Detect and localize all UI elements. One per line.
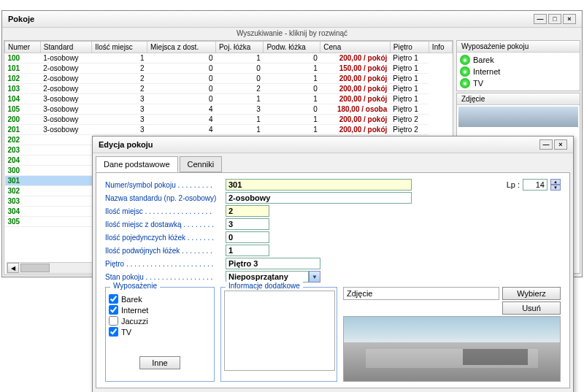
equip-item[interactable]: Internet [109, 304, 211, 315]
equip-checkbox[interactable] [109, 294, 118, 304]
cell-std [40, 145, 91, 155]
maximize-button[interactable]: □ [548, 14, 561, 24]
column-header[interactable]: Poj. łóżka [215, 42, 263, 53]
feature-label: TV [473, 79, 483, 88]
cell-cena: 180,00 / osoba [320, 104, 390, 115]
numer-input[interactable] [226, 179, 412, 191]
table-row[interactable]: 1053-osobowy3430180,00 / osobaPiętro 1 [5, 104, 453, 115]
cell-std: 2-osobowy [40, 84, 91, 94]
tab-price-lists[interactable]: Cenniki [180, 156, 223, 172]
cell-pietro: Piętro 1 [390, 84, 429, 94]
equip-item[interactable]: TV [109, 326, 211, 337]
stan-dropdown-icon[interactable]: ▼ [309, 271, 320, 283]
dialog-titlebar: Edycja pokoju — × [93, 137, 573, 153]
cell-std: 3-osobowy [40, 125, 91, 135]
cell-std [40, 217, 91, 227]
cell-podw: 1 [264, 125, 320, 135]
equip-checkbox[interactable] [109, 305, 118, 315]
column-header[interactable]: Numer [5, 42, 41, 53]
cell-pietro: Piętro 1 [390, 64, 429, 74]
info-fieldset: Informacje dodatkowe [220, 287, 337, 382]
chevron-up-icon[interactable]: ▲ [550, 179, 561, 185]
cell-poj: 1 [215, 94, 263, 104]
cell-poj: 0 [215, 64, 263, 74]
cell-std [40, 186, 91, 196]
column-header[interactable]: Standard [40, 42, 91, 53]
cell-zdost: 0 [147, 53, 216, 64]
zdost-input[interactable] [226, 218, 269, 230]
feature-item: ●Barek [460, 54, 577, 66]
cell-zdost: 4 [147, 115, 216, 125]
label-poj: Ilość pojedynczych łóżek . . . . . . . [105, 234, 226, 242]
search-hint[interactable]: Wyszukiwanie - kliknij by rozwinąć [2, 28, 582, 39]
equip-checkbox[interactable] [109, 327, 118, 337]
cell-std [40, 207, 91, 217]
cell-std [40, 135, 91, 145]
table-row[interactable]: 2003-osobowy3411200,00 / pokójPiętro 2 [5, 115, 453, 125]
poj-input[interactable] [226, 231, 269, 243]
dialog-title-text: Edycja pokoju [99, 140, 153, 149]
scroll-thumb[interactable] [20, 264, 50, 272]
column-header[interactable]: Miejsca z dost. [147, 42, 216, 53]
miejsc-input[interactable] [226, 205, 269, 217]
table-row[interactable]: 1022-osobowy2001200,00 / pokójPiętro 1 [5, 74, 453, 84]
cell-num: 100 [5, 53, 41, 64]
equipment-legend: Wyposażenie [110, 282, 160, 290]
cell-num: 202 [5, 135, 41, 145]
column-header[interactable]: Podw. łóżka [264, 42, 320, 53]
cell-pietro: Piętro 1 [390, 74, 429, 84]
column-header[interactable]: Ilość miejsc [92, 42, 147, 53]
scroll-left-icon[interactable]: ◀ [7, 263, 19, 273]
cell-miejsc: 2 [92, 64, 147, 74]
info-legend: Informacje dodatkowe [226, 282, 303, 290]
equip-item[interactable]: Jacuzzi [109, 315, 211, 326]
table-row[interactable]: 1012-osobowy2001150,00 / pokójPiętro 1 [5, 64, 453, 74]
inne-button[interactable]: Inne [139, 356, 180, 369]
table-row[interactable]: 1032-osobowy2020200,00 / pokójPiętro 1 [5, 84, 453, 94]
cell-podw: 0 [264, 84, 320, 94]
column-header[interactable]: Piętro [390, 42, 429, 53]
cell-zdost: 0 [147, 94, 216, 104]
stan-select[interactable] [226, 271, 309, 283]
lp-spinner[interactable]: ▲ ▼ [550, 179, 561, 191]
cell-poj: 1 [215, 53, 263, 64]
info-textarea[interactable] [224, 291, 335, 371]
cell-num: 101 [5, 64, 41, 74]
feature-icon: ● [460, 66, 470, 77]
tab-basic-data[interactable]: Dane podstawowe [96, 156, 178, 172]
lp-input[interactable] [523, 179, 548, 191]
cell-pietro: Piętro 2 [390, 125, 429, 135]
equip-label: Internet [121, 306, 148, 315]
cell-poj: 3 [215, 104, 263, 115]
cell-num: 204 [5, 155, 41, 166]
cell-num: 305 [5, 217, 41, 227]
label-pietro: Piętro . . . . . . . . . . . . . . . . .… [105, 260, 226, 268]
close-button[interactable]: × [563, 14, 576, 24]
podw-input[interactable] [226, 245, 269, 256]
column-header[interactable]: Cena [320, 42, 390, 53]
feature-label: Barek [473, 55, 494, 64]
column-header[interactable]: Info [429, 42, 452, 53]
minimize-button[interactable]: — [534, 14, 547, 24]
dialog-close-button[interactable]: × [554, 139, 567, 150]
cell-num: 302 [5, 186, 41, 196]
dialog-minimize-button[interactable]: — [539, 139, 553, 150]
cell-miejsc: 2 [92, 74, 147, 84]
cell-num: 203 [5, 145, 41, 155]
equip-item[interactable]: Barek [109, 293, 211, 304]
table-row[interactable]: 2013-osobowy3411200,00 / pokójPiętro 2 [5, 125, 453, 135]
cell-podw: 0 [264, 53, 320, 64]
cell-zdost: 0 [147, 64, 216, 74]
cell-podw: 1 [264, 64, 320, 74]
usun-button[interactable]: Usuń [502, 301, 561, 315]
table-row[interactable]: 1001-osobowy1010200,00 / pokójPiętro 1 [5, 53, 453, 64]
cell-num: 102 [5, 74, 41, 84]
photo-panel-title: Zdjęcie [457, 93, 580, 105]
nazwa-input[interactable] [226, 192, 412, 204]
table-row[interactable]: 1043-osobowy3011200,00 / pokójPiętro 1 [5, 94, 453, 104]
pietro-input[interactable] [226, 258, 320, 269]
lp-label: Lp : [507, 180, 520, 189]
wybierz-button[interactable]: Wybierz [502, 287, 561, 300]
chevron-down-icon[interactable]: ▼ [550, 185, 561, 191]
equip-checkbox[interactable] [109, 316, 118, 326]
